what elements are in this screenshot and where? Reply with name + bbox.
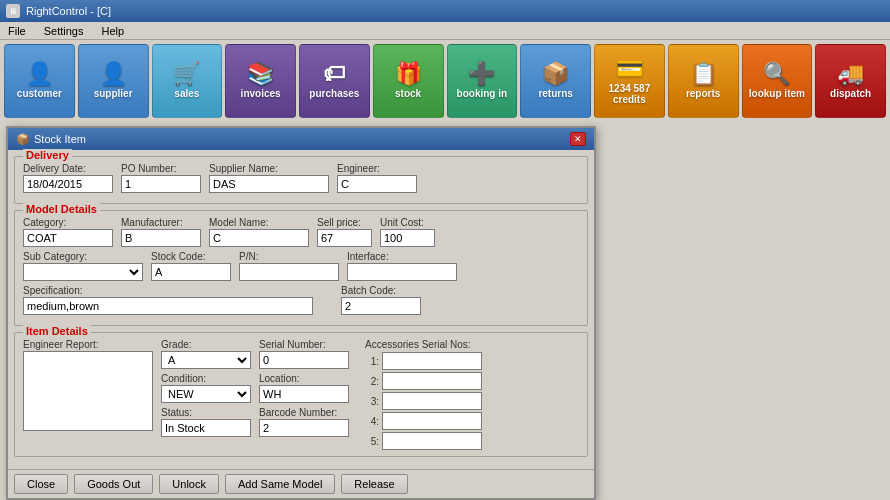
barcode-group: Barcode Number: [259, 407, 349, 437]
sell-price-label: Sell price: [317, 217, 372, 228]
menu-bar: File Settings Help [0, 22, 890, 40]
item-section: Item Details Engineer Report: Grade: A [14, 332, 588, 457]
category-input[interactable] [23, 229, 113, 247]
accessory-4-label: 4: [365, 416, 379, 427]
accessory-4-input[interactable] [382, 412, 482, 430]
booking-icon: ➕ [468, 63, 495, 85]
toolbar-reports-btn[interactable]: 📋 reports [668, 44, 739, 118]
dialog-close-btn[interactable]: ✕ [570, 132, 586, 146]
add-same-model-button[interactable]: Add Same Model [225, 474, 335, 494]
menu-help[interactable]: Help [97, 25, 128, 37]
barcode-input[interactable] [259, 419, 349, 437]
category-label: Category: [23, 217, 113, 228]
stock-item-dialog: 📦 Stock Item ✕ Delivery Delivery Date: P… [6, 126, 596, 500]
model-section: Model Details Category: Manufacturer: Mo… [14, 210, 588, 326]
toolbar-supplier-btn[interactable]: 👤 supplier [78, 44, 149, 118]
sell-price-input[interactable] [317, 229, 372, 247]
pn-label: P/N: [239, 251, 339, 262]
accessory-1-input[interactable] [382, 352, 482, 370]
batch-code-group: Batch Code: [341, 285, 421, 315]
interface-group: Interface: [347, 251, 457, 281]
release-button[interactable]: Release [341, 474, 407, 494]
engineer-report-textarea[interactable] [23, 351, 153, 431]
specification-group: Specification: [23, 285, 313, 315]
supplier-icon: 👤 [100, 63, 127, 85]
customer-icon: 👤 [26, 63, 53, 85]
reports-label: reports [686, 88, 720, 99]
model-name-input[interactable] [209, 229, 309, 247]
menu-file[interactable]: File [4, 25, 30, 37]
toolbar-stock-btn[interactable]: 🎁 stock [373, 44, 444, 118]
menu-settings[interactable]: Settings [40, 25, 88, 37]
manufacturer-group: Manufacturer: [121, 217, 201, 247]
delivery-date-input[interactable] [23, 175, 113, 193]
credits-icon: 💳 [616, 58, 643, 80]
accessory-3-label: 3: [365, 396, 379, 407]
toolbar-credits-btn[interactable]: 💳 1234 587credits [594, 44, 665, 118]
sub-category-label: Sub Category: [23, 251, 143, 262]
toolbar-lookup-btn[interactable]: 🔍 lookup item [742, 44, 813, 118]
supplier-name-label: Supplier Name: [209, 163, 329, 174]
serial-number-input[interactable] [259, 351, 349, 369]
close-button[interactable]: Close [14, 474, 68, 494]
location-input[interactable] [259, 385, 349, 403]
accessory-2-input[interactable] [382, 372, 482, 390]
grade-select[interactable]: A B C [161, 351, 251, 369]
unlock-button[interactable]: Unlock [159, 474, 219, 494]
accessory-5-input[interactable] [382, 432, 482, 450]
toolbar-dispatch-btn[interactable]: 🚚 dispatch [815, 44, 886, 118]
accessory-row-1: 1: [365, 352, 482, 370]
model-row2: Sub Category: Stock Code: P/N: [23, 251, 579, 281]
dialog-title-text: Stock Item [34, 133, 86, 145]
invoices-icon: 📚 [247, 63, 274, 85]
toolbar-purchases-btn[interactable]: 🏷 purchases [299, 44, 370, 118]
pn-group: P/N: [239, 251, 339, 281]
supplier-name-input[interactable] [209, 175, 329, 193]
toolbar-sales-btn[interactable]: 🛒 sales [152, 44, 223, 118]
interface-input[interactable] [347, 263, 457, 281]
sub-category-group: Sub Category: [23, 251, 143, 281]
stock-code-input[interactable] [151, 263, 231, 281]
sell-price-group: Sell price: [317, 217, 372, 247]
purchases-icon: 🏷 [323, 63, 345, 85]
toolbar-invoices-btn[interactable]: 📚 invoices [225, 44, 296, 118]
engineer-report-group: Engineer Report: [23, 339, 153, 450]
app-icon: 🖥 [6, 4, 20, 18]
accessory-2-label: 2: [365, 376, 379, 387]
location-group: Location: [259, 373, 349, 403]
unit-cost-label: Unit Cost: [380, 217, 435, 228]
toolbar-returns-btn[interactable]: 📦 returns [520, 44, 591, 118]
goods-out-button[interactable]: Goods Out [74, 474, 153, 494]
booking-label: booking in [457, 88, 508, 99]
model-row1: Category: Manufacturer: Model Name: Sell… [23, 217, 579, 247]
sub-category-select[interactable] [23, 263, 143, 281]
item-section-title: Item Details [23, 325, 91, 337]
specification-input[interactable] [23, 297, 313, 315]
status-input[interactable] [161, 419, 251, 437]
app-title: RightControl - [C] [26, 5, 111, 17]
credits-label: 1234 587credits [609, 83, 651, 105]
po-number-input[interactable] [121, 175, 201, 193]
accessories-group: Accessories Serial Nos: 1: 2: 3: [365, 339, 482, 450]
returns-icon: 📦 [542, 63, 569, 85]
accessory-row-2: 2: [365, 372, 482, 390]
condition-select[interactable]: NEW USED REFURB [161, 385, 251, 403]
status-group: Status: [161, 407, 251, 437]
model-row3: Specification: Batch Code: [23, 285, 579, 315]
unit-cost-input[interactable] [380, 229, 435, 247]
accessory-row-5: 5: [365, 432, 482, 450]
engineer-input[interactable] [337, 175, 417, 193]
serial-number-group: Serial Number: [259, 339, 349, 369]
batch-code-input[interactable] [341, 297, 421, 315]
toolbar-customer-btn[interactable]: 👤 customer [4, 44, 75, 118]
toolbar-booking-btn[interactable]: ➕ booking in [447, 44, 518, 118]
accessory-3-input[interactable] [382, 392, 482, 410]
toolbar: 👤 customer 👤 supplier 🛒 sales 📚 invoices… [0, 40, 890, 122]
manufacturer-input[interactable] [121, 229, 201, 247]
pn-input[interactable] [239, 263, 339, 281]
delivery-date-group: Delivery Date: [23, 163, 113, 193]
sales-label: sales [174, 88, 199, 99]
batch-code-label: Batch Code: [341, 285, 421, 296]
dispatch-label: dispatch [830, 88, 871, 99]
title-bar: 🖥 RightControl - [C] [0, 0, 890, 22]
